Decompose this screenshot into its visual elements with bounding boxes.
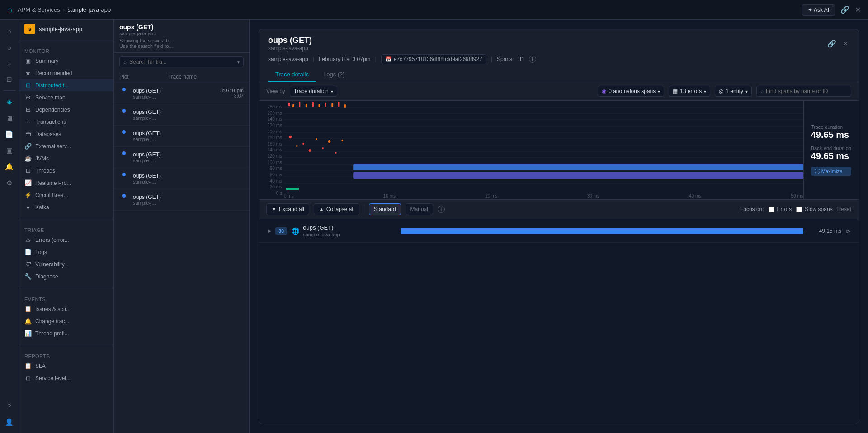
slow-spans-checkbox-label[interactable]: Slow spans — [796, 206, 832, 212]
nav-settings-icon[interactable]: ⚙ — [2, 176, 17, 190]
sidebar-item-summary[interactable]: ▣ Summary — [19, 55, 113, 67]
anomalous-spans-filter[interactable]: ◉ 0 anomalous spans ▾ — [598, 86, 664, 97]
duration-stats: Trace duration 49.65 ms Back-end duratio… — [803, 101, 859, 199]
trace-id-badge[interactable]: 📅 e7d7795718136df88fcfd9af26f88927 — [381, 54, 486, 64]
trace-duration: 3:07 — [220, 93, 244, 99]
sidebar-item-service-level[interactable]: ⊡ Service level... — [19, 372, 113, 384]
trace-dot — [122, 130, 126, 134]
trace-service: sample-j... — [133, 179, 244, 184]
nav-search-icon[interactable]: ⌕ — [2, 40, 17, 54]
span-detail-button[interactable]: ⊳ — [846, 227, 851, 235]
sidebar-item-diagnose[interactable]: 🔧 Diagnose — [19, 270, 113, 282]
top-nav: ⌂ APM & Services › sample-java-app ✦ Ask… — [0, 0, 868, 20]
sidebar-item-dependencies[interactable]: ⊟ Dependencies — [19, 104, 113, 116]
sidebar-item-databases[interactable]: 🗃 Databases — [19, 128, 113, 140]
expand-all-button[interactable]: ▼ Expand all — [266, 203, 309, 215]
sidebar-item-logs[interactable]: 📄 Logs — [19, 246, 113, 258]
modal-title-block: oups (GET) sample-java-app — [268, 36, 312, 52]
trace-search-input[interactable] — [129, 59, 235, 65]
change-tracking-icon: 🔔 — [24, 318, 32, 325]
search-dropdown-icon[interactable]: ▾ — [237, 60, 240, 65]
sidebar-item-circuit[interactable]: ⚡ Circuit Brea... — [19, 189, 113, 201]
nav-apm-icon[interactable]: ◈ — [2, 94, 17, 109]
sidebar-item-threads[interactable]: ⊡ Threads — [19, 165, 113, 177]
expand-icon: ▼ — [271, 206, 277, 212]
nav-apps-icon[interactable]: ⊞ — [2, 72, 17, 87]
trace-row-content: oups (GET) sample-j... — [133, 88, 216, 99]
span-search-input[interactable] — [766, 88, 847, 94]
sidebar-item-sla[interactable]: 📋 SLA — [19, 360, 113, 372]
sidebar-item-service-map[interactable]: ⊕ Service map — [19, 91, 113, 104]
link-icon-button[interactable]: 🔗 — [840, 5, 849, 14]
kafka-icon: ♦ — [24, 204, 32, 211]
sidebar-item-change-tracking[interactable]: 🔔 Change trac... — [19, 315, 113, 327]
maximize-button[interactable]: ⛶ Maximize — [811, 167, 851, 176]
ask-ai-button[interactable]: ✦ Ask AI — [802, 4, 835, 16]
breadcrumb-apm[interactable]: APM & Services — [18, 6, 60, 13]
trace-search-box[interactable]: ⌕ ▾ — [119, 56, 244, 67]
sidebar-divider-events — [19, 288, 113, 288]
sidebar-divider-top — [19, 40, 113, 40]
trace-duration-filter[interactable]: Trace duration ▾ — [290, 86, 337, 97]
list-item[interactable]: oups (GET) sample-j... — [114, 189, 249, 211]
toolbar-info-icon[interactable]: i — [438, 206, 445, 213]
nav-logs-icon[interactable]: 📄 — [2, 127, 17, 141]
nav-help-icon[interactable]: ? — [2, 399, 17, 413]
sidebar-item-issues[interactable]: 📋 Issues & acti... — [19, 303, 113, 315]
modal-share-button[interactable]: 🔗 — [826, 38, 838, 50]
slow-spans-checkbox[interactable] — [796, 207, 802, 212]
errors-filter[interactable]: ▦ 13 errors ▾ — [669, 86, 710, 97]
y-label: 260 ms — [261, 111, 282, 116]
svg-rect-16 — [306, 104, 307, 107]
trace-list-header: oups (GET) sample-java-app Showing the s… — [114, 20, 249, 53]
nav-user-icon[interactable]: 👤 — [2, 415, 17, 429]
span-row[interactable]: ▶ 30 🌐 oups (GET) sample-java-app — [259, 219, 859, 243]
sidebar-item-jvms[interactable]: ☕ JVMs — [19, 152, 113, 165]
sidebar-item-realtime[interactable]: 📈 Realtime Pro... — [19, 177, 113, 189]
span-expand-button[interactable]: ▶ — [266, 228, 274, 233]
sidebar-item-kafka[interactable]: ♦ Kafka — [19, 201, 113, 213]
sidebar-item-transactions[interactable]: ↔ Transactions — [19, 116, 113, 128]
tab-logs[interactable]: Logs (2) — [316, 68, 352, 82]
span-search-box[interactable]: ⌕ — [756, 86, 851, 97]
y-label: 220 ms — [261, 123, 282, 128]
standard-button[interactable]: Standard — [369, 203, 401, 215]
sidebar-item-label: JVMs — [35, 155, 49, 162]
sidebar-item-vulnerability[interactable]: 🛡 Vulnerability... — [19, 258, 113, 270]
sla-icon: 📋 — [24, 362, 32, 369]
trace-list-panel: oups (GET) sample-java-app Showing the s… — [114, 20, 250, 433]
list-item[interactable]: oups (GET) sample-j... — [114, 147, 249, 168]
list-item[interactable]: oups (GET) sample-j... 3:07:10pm 3:07 — [114, 83, 249, 104]
modal-close-button[interactable]: × — [842, 38, 849, 50]
nav-add-icon[interactable]: + — [2, 56, 17, 71]
sidebar-divider-reports — [19, 345, 113, 345]
spans-info-icon[interactable]: i — [529, 56, 536, 63]
errors-checkbox[interactable] — [769, 207, 774, 212]
nav-alerts-icon[interactable]: 🔔 — [2, 160, 17, 174]
sidebar-item-label: Summary — [35, 58, 58, 64]
nav-dashboards-icon[interactable]: ▣ — [2, 143, 17, 158]
collapse-all-button[interactable]: ▲ Collapse all — [314, 203, 359, 215]
sidebar-item-label: Logs — [35, 249, 47, 255]
y-label: 200 ms — [261, 129, 282, 134]
trace-name: oups (GET) — [133, 88, 216, 94]
trace-row-content: oups (GET) sample-j... — [133, 151, 244, 163]
errors-checkbox-label[interactable]: Errors — [769, 206, 792, 212]
trace-row-plot — [119, 151, 128, 155]
nav-infra-icon[interactable]: 🖥 — [2, 111, 17, 125]
sidebar-item-distributed[interactable]: ⊡ Distributed t... — [19, 79, 113, 91]
trace-service: sample-j... — [133, 158, 244, 163]
list-item[interactable]: oups (GET) sample-j... — [114, 168, 249, 189]
top-close-button[interactable]: ✕ — [855, 5, 861, 14]
list-item[interactable]: oups (GET) sample-j... — [114, 126, 249, 147]
sidebar-item-recommended[interactable]: ★ Recommended — [19, 67, 113, 79]
manual-button[interactable]: Manual — [406, 203, 433, 215]
tab-trace-details[interactable]: Trace details — [268, 68, 316, 82]
sidebar-item-thread-profiling[interactable]: 📊 Thread profi... — [19, 327, 113, 339]
list-item[interactable]: oups (GET) sample-j... — [114, 104, 249, 126]
sidebar-item-errors[interactable]: ⚠ Errors (error... — [19, 234, 113, 246]
entity-filter[interactable]: ◎ 1 entity ▾ — [715, 86, 752, 97]
nav-home-icon[interactable]: ⌂ — [2, 24, 17, 38]
sidebar-item-external[interactable]: 🔗 External serv... — [19, 140, 113, 152]
reset-button[interactable]: Reset — [837, 206, 851, 212]
